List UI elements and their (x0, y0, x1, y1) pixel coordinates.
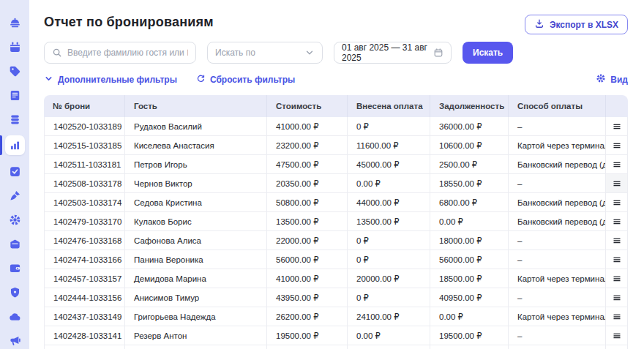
search-by-select[interactable]: Искать по (207, 42, 323, 64)
debt-value: 10600.00 ₽ (430, 136, 509, 155)
sidebar-item-payments[interactable] (0, 260, 29, 276)
row-menu-button[interactable] (606, 212, 628, 231)
sidebar-item-marketing[interactable] (0, 332, 29, 348)
calendar-icon (433, 48, 443, 58)
menu-icon (612, 121, 622, 132)
additional-filters-toggle[interactable]: Дополнительные фильтры (44, 74, 177, 86)
row-menu-button[interactable] (606, 250, 628, 269)
payment-method: – (509, 117, 606, 136)
sidebar (0, 0, 29, 349)
booking-id-link[interactable]: 1402474-1033166 (44, 250, 125, 269)
column-header-debt: Задолженность (430, 95, 509, 117)
booking-id-link[interactable]: 1402479-1033170 (44, 212, 125, 231)
empty-cell (606, 345, 628, 349)
bell-icon (7, 15, 23, 31)
sidebar-item-inventory[interactable] (0, 236, 29, 252)
row-menu-button[interactable] (606, 269, 628, 288)
sidebar-item-housekeeping[interactable] (0, 187, 29, 203)
secondary-filters-bar: Дополнительные фильтры Сбросить фильтры … (44, 73, 628, 86)
sidebar-item-cloud[interactable] (0, 308, 29, 324)
date-range-field[interactable]: 01 авг 2025 — 31 авг 2025 (334, 42, 452, 64)
row-menu-button[interactable] (606, 326, 628, 345)
booking-id-link[interactable]: 1402444-1033156 (44, 288, 125, 307)
empty-cell (430, 345, 509, 349)
chevron-down-icon (44, 74, 53, 86)
empty-cell (509, 345, 606, 349)
sidebar-item-tariffs[interactable] (0, 63, 29, 79)
booking-id-link[interactable]: 1402511-1033181 (44, 155, 125, 174)
column-header-cost: Стоимость (267, 95, 348, 117)
row-menu-button[interactable] (606, 174, 628, 193)
view-label: Вид (610, 75, 628, 85)
export-xlsx-button[interactable]: Экспорт в XLSX (525, 15, 628, 34)
cost-value: 50800.00 ₽ (267, 193, 348, 212)
debt-value: 2500.00 ₽ (430, 155, 509, 174)
task-check-icon (7, 163, 23, 179)
payment-method: – (509, 288, 606, 307)
search-icon (52, 48, 62, 58)
document-icon (7, 87, 23, 103)
booking-id-link[interactable]: 1402520-1033189 (44, 117, 125, 136)
cost-value: 56000.00 ₽ (267, 250, 348, 269)
booking-id-link[interactable]: 1402437-1033149 (44, 307, 125, 326)
table-row: 1402520-1033189Рудаков Василий41000.00 ₽… (44, 117, 628, 136)
sidebar-item-tasks[interactable] (0, 163, 29, 179)
table-row: 1402479-1033170Кулаков Борис13500.00 ₽13… (44, 212, 628, 231)
debt-value: 0.00 ₽ (430, 307, 509, 326)
sidebar-item-security[interactable] (0, 284, 29, 300)
menu-icon (612, 140, 622, 151)
payment-method: Банковский перевод (для физ (509, 155, 606, 174)
paid-value: 0.00 ₽ (348, 326, 430, 345)
sidebar-item-calendar[interactable] (0, 39, 29, 55)
main-content: Отчет по бронированиям Экспорт в XLSX Ис… (29, 0, 644, 349)
row-menu-button[interactable] (606, 231, 628, 250)
row-menu-button[interactable] (606, 288, 628, 307)
row-menu-button[interactable] (606, 117, 628, 136)
calendar-icon (7, 39, 23, 55)
sidebar-item-settings[interactable] (0, 211, 29, 228)
row-menu-button[interactable] (606, 193, 628, 212)
debt-value: 6800.00 ₽ (430, 193, 509, 212)
reset-filters-button[interactable]: Сбросить фильтры (196, 74, 295, 86)
guest-name: Седова Кристина (125, 193, 267, 212)
booking-id-link[interactable]: 1402457-1033157 (44, 269, 125, 288)
filters-bar: Искать по 01 авг 2025 — 31 авг 2025 Иска… (44, 42, 628, 64)
guest-name: Кулаков Борис (125, 212, 267, 231)
menu-icon (612, 160, 622, 170)
cost-value: 19500.00 ₽ (267, 326, 348, 345)
view-settings-button[interactable]: Вид (596, 73, 628, 86)
gear-icon (7, 211, 23, 228)
cost-value: 26200.00 ₽ (267, 307, 348, 326)
row-menu-button[interactable] (606, 307, 628, 326)
cloud-icon (7, 308, 23, 324)
sidebar-item-finance[interactable] (0, 111, 29, 127)
booking-id-link[interactable]: 1402476-1033168 (44, 231, 125, 250)
cost-value: 41000.00 ₽ (267, 117, 348, 136)
booking-id-link[interactable]: 1402428-1033141 (44, 326, 125, 345)
menu-icon (612, 331, 622, 341)
search-field[interactable] (44, 42, 196, 64)
booking-id-link[interactable]: 1402503-1033174 (44, 193, 125, 212)
search-input[interactable] (67, 48, 188, 58)
booking-id-link[interactable]: 1402515-1033185 (44, 136, 125, 155)
empty-cell (267, 345, 348, 349)
paid-value: 11600.00 ₽ (348, 136, 430, 155)
shield-icon (7, 284, 23, 300)
empty-cell (44, 345, 125, 349)
sidebar-item-documents[interactable] (0, 87, 29, 103)
column-header-guest: Гость (125, 95, 267, 117)
table-row: 1402503-1033174Седова Кристина50800.00 ₽… (44, 193, 628, 212)
cost-value: 23200.00 ₽ (267, 136, 348, 155)
search-button[interactable]: Искать (463, 42, 513, 64)
column-header-actions (606, 95, 628, 117)
guest-name: Григорьева Надежда (125, 307, 267, 326)
row-menu-button[interactable] (606, 136, 628, 155)
sidebar-item-reports[interactable] (0, 135, 29, 155)
row-menu-button[interactable] (606, 155, 628, 174)
sidebar-item-bookings[interactable] (0, 15, 29, 31)
table-row: 1402437-1033149Григорьева Надежда26200.0… (44, 307, 628, 326)
booking-id-link[interactable]: 1402508-1033178 (44, 174, 125, 193)
bag-icon (7, 236, 23, 252)
download-icon (534, 18, 544, 31)
cost-value: 43950.00 ₽ (267, 288, 348, 307)
